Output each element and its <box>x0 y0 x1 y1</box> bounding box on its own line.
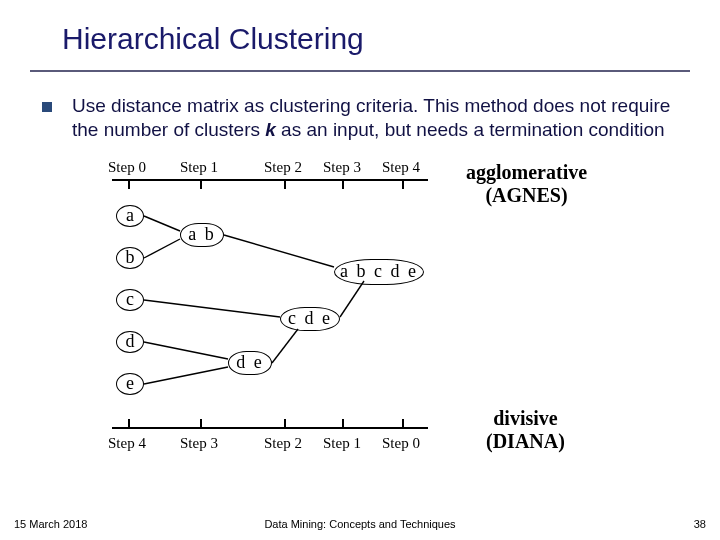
svg-line-7 <box>340 281 364 317</box>
label-agnes-2: (AGNES) <box>466 184 587 207</box>
label-diana: divisive (DIANA) <box>486 407 565 453</box>
step-top-4: Step 4 <box>382 159 420 176</box>
step-top-1: Step 1 <box>180 159 218 176</box>
step-bot-4: Step 0 <box>382 435 420 452</box>
node-cde: c d e <box>280 307 340 331</box>
tick-top-3 <box>342 179 344 189</box>
tick-bot-2 <box>284 419 286 429</box>
svg-line-6 <box>224 235 334 267</box>
step-bot-1: Step 3 <box>180 435 218 452</box>
bullet-item: Use distance matrix as clustering criter… <box>42 94 678 143</box>
step-bot-3: Step 1 <box>323 435 361 452</box>
axis-top <box>112 179 428 181</box>
node-abcde: a b c d e <box>334 259 424 285</box>
bullet-icon <box>42 102 52 112</box>
svg-line-1 <box>144 239 180 258</box>
svg-line-4 <box>144 300 280 317</box>
leaf-d: d <box>116 331 144 353</box>
label-agnes: agglomerative (AGNES) <box>466 161 587 207</box>
dendrogram-diagram: Step 0 Step 1 Step 2 Step 3 Step 4 a b c… <box>98 159 698 469</box>
tick-top-1 <box>200 179 202 189</box>
tick-bot-1 <box>200 419 202 429</box>
tick-top-0 <box>128 179 130 189</box>
step-top-2: Step 2 <box>264 159 302 176</box>
step-bot-0: Step 4 <box>108 435 146 452</box>
svg-line-3 <box>144 367 228 384</box>
leaf-c: c <box>116 289 144 311</box>
leaf-b: b <box>116 247 144 269</box>
tick-top-4 <box>402 179 404 189</box>
bullet-k: k <box>265 119 276 140</box>
footer-center: Data Mining: Concepts and Techniques <box>264 518 455 530</box>
tick-top-2 <box>284 179 286 189</box>
svg-line-2 <box>144 342 228 359</box>
leaf-a: a <box>116 205 144 227</box>
dendrogram-lines <box>98 159 698 469</box>
svg-line-5 <box>272 329 298 363</box>
tick-bot-4 <box>402 419 404 429</box>
node-de: d e <box>228 351 272 375</box>
label-agnes-1: agglomerative <box>466 161 587 184</box>
page-title: Hierarchical Clustering <box>0 0 720 56</box>
footer-date: 15 March 2018 <box>14 518 87 530</box>
svg-line-0 <box>144 216 180 231</box>
step-top-0: Step 0 <box>108 159 146 176</box>
bullet-text: Use distance matrix as clustering criter… <box>72 94 678 143</box>
node-ab: a b <box>180 223 224 247</box>
slide-body: Use distance matrix as clustering criter… <box>0 72 720 469</box>
leaf-e: e <box>116 373 144 395</box>
label-diana-1: divisive <box>486 407 565 430</box>
footer-page: 38 <box>694 518 706 530</box>
step-top-3: Step 3 <box>323 159 361 176</box>
axis-bot <box>112 427 428 429</box>
bullet-post: as an input, but needs a termination con… <box>276 119 665 140</box>
step-bot-2: Step 2 <box>264 435 302 452</box>
tick-bot-3 <box>342 419 344 429</box>
label-diana-2: (DIANA) <box>486 430 565 453</box>
tick-bot-0 <box>128 419 130 429</box>
